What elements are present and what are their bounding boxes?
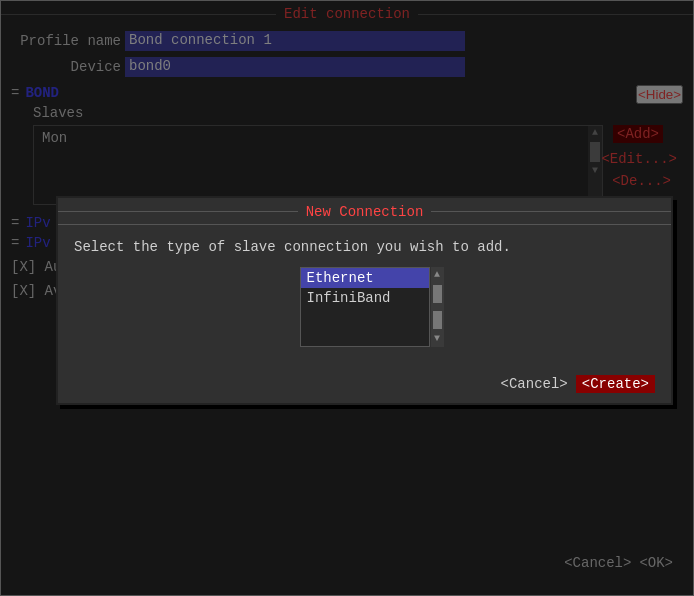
- conn-scroll-down[interactable]: ▼: [434, 331, 440, 347]
- main-window: Edit connection Profile name Bond connec…: [0, 0, 694, 596]
- conn-type-container: Ethernet InfiniBand ▲ ▼: [74, 267, 655, 347]
- modal-create-button[interactable]: <Create>: [576, 375, 655, 393]
- conn-list-scrollbar: ▲ ▼: [431, 267, 444, 347]
- conn-type-infiniband[interactable]: InfiniBand: [301, 288, 429, 308]
- conn-type-list-box: Ethernet InfiniBand: [300, 267, 430, 347]
- new-connection-modal: New Connection Select the type of slave …: [56, 196, 673, 405]
- conn-scroll-up[interactable]: ▲: [434, 267, 440, 283]
- conn-scroll-thumb-bottom[interactable]: [433, 311, 442, 329]
- modal-title: New Connection: [298, 204, 432, 220]
- conn-type-ethernet[interactable]: Ethernet: [301, 268, 429, 288]
- modal-description: Select the type of slave connection you …: [74, 239, 655, 255]
- modal-cancel-button[interactable]: <Cancel>: [501, 375, 568, 393]
- modal-body: Select the type of slave connection you …: [58, 225, 671, 367]
- modal-title-bar: New Connection: [58, 198, 671, 225]
- modal-overlay: New Connection Select the type of slave …: [1, 1, 693, 595]
- modal-buttons: <Cancel> <Create>: [58, 367, 671, 403]
- conn-type-list: Ethernet InfiniBand ▲ ▼: [300, 267, 430, 347]
- conn-scroll-thumb-top[interactable]: [433, 285, 442, 303]
